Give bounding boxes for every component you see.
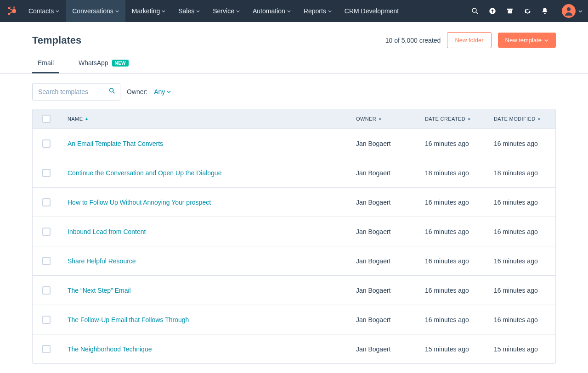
template-name-link[interactable]: Continue the Conversation and Open Up th… (68, 169, 221, 177)
modified-cell: 16 minutes ago (486, 228, 555, 235)
table-row: Inbound Lead from ContentJan Bogaert16 m… (33, 217, 555, 246)
created-cell: 16 minutes ago (418, 140, 486, 147)
owner-cell: Jan Bogaert (349, 140, 418, 147)
table-row: The “Next Step” EmailJan Bogaert16 minut… (33, 275, 555, 305)
col-modified-header[interactable]: DATE MODIFIED ▲▼ (486, 116, 555, 122)
chevron-down-icon (287, 10, 291, 12)
sort-icon: ▲▼ (467, 119, 471, 119)
nav-item-sales[interactable]: Sales (172, 0, 206, 22)
row-checkbox[interactable] (42, 286, 51, 295)
table-row: Share Helpful ResourceJan Bogaert16 minu… (33, 246, 555, 275)
table-row: Continue the Conversation and Open Up th… (33, 158, 555, 187)
tab-whatsapp[interactable]: WhatsAppNEW (73, 55, 134, 73)
modified-cell: 15 minutes ago (486, 345, 555, 353)
svg-point-8 (472, 8, 476, 12)
nav-right-icons (470, 6, 549, 16)
svg-line-9 (476, 12, 478, 14)
svg-rect-11 (508, 11, 512, 13)
nav-items: ContactsConversationsMarketingSalesServi… (22, 0, 405, 22)
template-name-link[interactable]: The Neighborhood Technique (68, 345, 152, 353)
nav-separator (557, 5, 557, 17)
owner-cell: Jan Bogaert (349, 169, 418, 177)
col-created-header[interactable]: DATE CREATED ▲▼ (418, 116, 486, 122)
row-checkbox[interactable] (42, 345, 51, 353)
owner-filter[interactable]: Any (154, 88, 171, 95)
marketplace-icon[interactable] (505, 6, 514, 16)
row-checkbox[interactable] (42, 169, 51, 177)
created-cell: 16 minutes ago (418, 257, 486, 265)
templates-table: NAME ▲ OWNER ▲▼ DATE CREATED ▲▼ DATE MOD… (32, 109, 556, 364)
template-name-link[interactable]: Share Helpful Resource (68, 257, 136, 265)
owner-value: Any (154, 88, 165, 95)
top-nav: ContactsConversationsMarketingSalesServi… (0, 0, 588, 22)
modified-cell: 16 minutes ago (486, 316, 555, 323)
chevron-down-icon (236, 10, 240, 12)
nav-item-contacts[interactable]: Contacts (22, 0, 66, 22)
created-cell: 16 minutes ago (418, 287, 486, 294)
modified-cell: 16 minutes ago (486, 140, 555, 147)
new-badge: NEW (112, 60, 129, 67)
nav-item-reports[interactable]: Reports (297, 0, 338, 22)
table-header: NAME ▲ OWNER ▲▼ DATE CREATED ▲▼ DATE MOD… (33, 109, 555, 128)
template-name-link[interactable]: The Follow-Up Email that Follows Through (68, 316, 189, 323)
owner-cell: Jan Bogaert (349, 345, 418, 353)
created-cell: 18 minutes ago (418, 169, 486, 177)
nav-item-automation[interactable]: Automation (246, 0, 297, 22)
nav-item-conversations[interactable]: Conversations (66, 0, 125, 22)
tabs: EmailWhatsAppNEW (0, 55, 588, 74)
table-body: An Email Template That ConvertsJan Bogae… (33, 128, 555, 363)
new-template-label: New template (505, 37, 542, 44)
new-folder-button[interactable]: New folder (447, 32, 491, 48)
search-icon[interactable] (470, 6, 480, 16)
svg-line-5 (10, 9, 13, 11)
notifications-icon[interactable] (540, 6, 549, 16)
chevron-down-icon (328, 10, 332, 12)
template-name-link[interactable]: The “Next Step” Email (68, 287, 131, 294)
row-checkbox[interactable] (42, 316, 51, 324)
template-name-link[interactable]: Inbound Lead from Content (68, 228, 146, 235)
row-checkbox[interactable] (42, 198, 51, 206)
table-row: An Email Template That ConvertsJan Bogae… (33, 128, 555, 158)
owner-cell: Jan Bogaert (349, 199, 418, 206)
owner-cell: Jan Bogaert (349, 287, 418, 294)
settings-icon[interactable] (523, 6, 532, 16)
chevron-down-icon (162, 10, 165, 12)
nav-item-service[interactable]: Service (206, 0, 246, 22)
select-all-checkbox[interactable] (42, 115, 51, 123)
template-name-link[interactable]: How to Follow Up Without Annoying Your p… (68, 199, 211, 206)
sort-icon: ▲▼ (537, 119, 541, 119)
chevron-down-icon (196, 10, 200, 12)
nav-item-crm-development[interactable]: CRM Development (338, 0, 405, 22)
modified-cell: 18 minutes ago (486, 169, 555, 177)
table-row: How to Follow Up Without Annoying Your p… (33, 187, 555, 217)
upgrade-icon[interactable] (488, 6, 497, 16)
created-cell: 16 minutes ago (418, 228, 486, 235)
row-checkbox[interactable] (42, 228, 51, 236)
svg-point-12 (567, 7, 571, 11)
chevron-down-icon (544, 39, 548, 42)
search-input[interactable] (32, 83, 120, 100)
row-checkbox[interactable] (42, 139, 51, 148)
created-cell: 15 minutes ago (418, 345, 486, 353)
nav-item-marketing[interactable]: Marketing (125, 0, 172, 22)
created-cell: 16 minutes ago (418, 199, 486, 206)
avatar (562, 4, 576, 18)
new-template-button[interactable]: New template (498, 33, 556, 48)
row-checkbox[interactable] (42, 257, 51, 265)
tab-email[interactable]: Email (32, 55, 59, 73)
col-owner-header[interactable]: OWNER ▲▼ (349, 116, 418, 122)
hubspot-logo[interactable] (6, 5, 18, 17)
table-row: The Follow-Up Email that Follows Through… (33, 305, 555, 334)
owner-label: Owner: (127, 88, 147, 95)
account-menu[interactable] (562, 4, 582, 18)
created-count: 10 of 5,000 created (385, 37, 441, 44)
col-name-header[interactable]: NAME ▲ (60, 116, 349, 122)
search-wrap (32, 83, 120, 100)
template-name-link[interactable]: An Email Template That Converts (68, 140, 163, 147)
created-cell: 16 minutes ago (418, 316, 486, 323)
table-row: The Neighborhood TechniqueJan Bogaert15 … (33, 334, 555, 363)
svg-point-0 (12, 9, 16, 13)
chevron-down-icon (578, 9, 582, 13)
svg-line-6 (10, 11, 13, 14)
chevron-down-icon (115, 10, 119, 12)
